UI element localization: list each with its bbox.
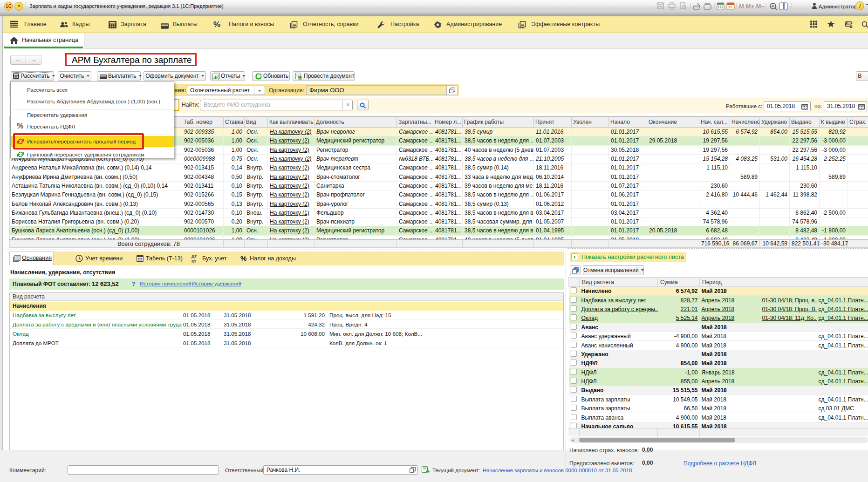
svg-text:M M+ M−: M M+ M− bbox=[739, 3, 765, 10]
svg-text:31: 31 bbox=[728, 5, 732, 9]
svg-text:Администратор: Администратор bbox=[819, 4, 857, 9]
